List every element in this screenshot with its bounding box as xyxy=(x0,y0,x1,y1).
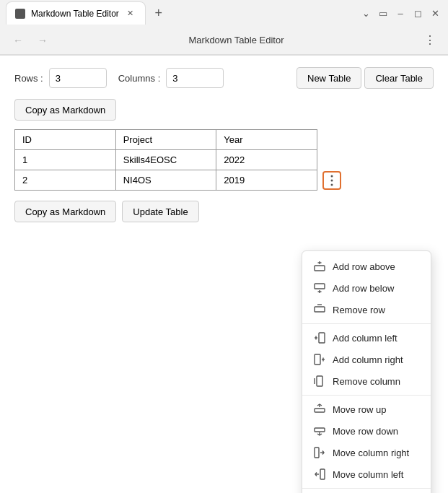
cell-row2-project xyxy=(115,170,216,191)
svg-rect-9 xyxy=(315,307,325,312)
menu-label-add-col-right: Add column right xyxy=(333,354,403,365)
table-header-row xyxy=(15,130,317,150)
svg-rect-14 xyxy=(315,354,320,365)
table-row xyxy=(15,170,317,191)
add-row-below-icon xyxy=(314,282,325,294)
columns-field-group: Columns : xyxy=(118,68,224,88)
move-col-right-icon xyxy=(314,447,325,458)
move-row-down-icon xyxy=(314,425,325,437)
menu-item-move-row-up[interactable]: Move row up xyxy=(302,398,431,420)
browser-chrome: Markdown Table Editor ✕ + ⌄ ▭ – ◻ ✕ ← → … xyxy=(0,0,448,56)
input-row1-id[interactable] xyxy=(22,154,108,165)
input-row2-year[interactable] xyxy=(224,175,309,186)
menu-item-add-row-above[interactable]: Add row above xyxy=(302,256,431,277)
menu-item-remove-col[interactable]: Remove column xyxy=(302,370,431,392)
input-row2-id[interactable] xyxy=(22,175,108,186)
input-row2-project[interactable] xyxy=(123,175,209,186)
svg-rect-25 xyxy=(320,469,325,479)
update-table-button[interactable]: Update Table xyxy=(122,201,198,222)
window-close-button[interactable]: ✕ xyxy=(428,6,442,20)
menu-item-remove-row[interactable]: Remove row xyxy=(302,299,431,320)
cell-row1-id xyxy=(15,150,116,170)
tab-title: Markdown Table Editor xyxy=(31,9,119,19)
nav-title: Markdown Table Editor xyxy=(58,35,415,45)
svg-rect-21 xyxy=(315,428,325,432)
rows-input[interactable] xyxy=(49,68,107,88)
copy-markdown-bottom-button[interactable]: Copy as Markdown xyxy=(14,201,116,222)
menu-label-move-row-down: Move row down xyxy=(333,426,398,437)
nav-bar: ← → Markdown Table Editor ⋮ xyxy=(0,26,448,55)
tab-list-button[interactable]: ⌄ xyxy=(359,6,373,20)
svg-rect-11 xyxy=(319,333,325,343)
cell-row1-project xyxy=(115,150,216,170)
svg-point-2 xyxy=(331,183,333,186)
menu-item-add-row-below[interactable]: Add row below xyxy=(302,277,431,299)
columns-input[interactable] xyxy=(166,68,224,88)
menu-label-remove-row: Remove row xyxy=(333,305,385,315)
split-view-button[interactable]: ▭ xyxy=(376,6,390,20)
separator-1 xyxy=(302,323,431,324)
input-row1-project[interactable] xyxy=(123,154,209,165)
new-table-button[interactable]: New Table xyxy=(297,67,361,89)
separator-2 xyxy=(302,395,431,396)
header-cell-year xyxy=(216,130,317,150)
menu-label-move-col-left: Move column left xyxy=(333,469,403,480)
clear-table-button[interactable]: Clear Table xyxy=(364,67,434,89)
svg-rect-19 xyxy=(315,409,325,412)
new-tab-button[interactable]: + xyxy=(149,3,169,23)
menu-item-move-row-down[interactable]: Move row down xyxy=(302,420,431,442)
header-input-project[interactable] xyxy=(123,134,209,145)
menu-label-add-col-left: Add column left xyxy=(333,333,398,344)
header-cell-project xyxy=(115,130,216,150)
active-tab[interactable]: Markdown Table Editor ✕ xyxy=(6,1,146,25)
table-row xyxy=(15,150,317,170)
input-row1-year[interactable] xyxy=(224,154,309,165)
header-input-id[interactable] xyxy=(22,134,108,145)
menu-item-add-col-right[interactable]: Add column right xyxy=(302,349,431,370)
page-content: Rows : Columns : New Table Clear Table C… xyxy=(0,56,448,234)
menu-item-move-col-right[interactable]: Move column right xyxy=(302,442,431,463)
back-button[interactable]: ← xyxy=(9,31,27,50)
remove-row-icon xyxy=(314,304,325,315)
row-context-menu-button[interactable] xyxy=(322,171,341,190)
context-menu: Add row above Add row below Remove row xyxy=(302,250,431,493)
tab-bar: Markdown Table Editor ✕ + ⌄ ▭ – ◻ ✕ xyxy=(0,0,448,26)
browser-menu-button[interactable]: ⋮ xyxy=(421,31,439,50)
rows-label: Rows : xyxy=(14,73,43,84)
add-col-right-icon xyxy=(314,354,325,365)
add-row-above-icon xyxy=(314,261,325,272)
cell-row1-year xyxy=(216,150,317,170)
menu-label-move-col-right: Move column right xyxy=(333,448,409,458)
remove-col-icon xyxy=(314,375,325,387)
menu-label-remove-col: Remove column xyxy=(333,376,400,387)
svg-rect-3 xyxy=(315,266,325,271)
tab-favicon xyxy=(15,9,25,19)
menu-label-add-row-below: Add row below xyxy=(333,283,394,294)
svg-rect-23 xyxy=(315,448,319,458)
menu-label-add-row-above: Add row above xyxy=(333,261,395,272)
maximize-button[interactable]: ◻ xyxy=(410,6,425,20)
header-input-year[interactable] xyxy=(224,134,309,145)
cell-row2-year xyxy=(216,170,317,191)
rows-field-group: Rows : xyxy=(14,68,107,88)
separator-3 xyxy=(302,488,431,489)
bottom-buttons: Copy as Markdown Update Table xyxy=(14,201,434,222)
svg-rect-17 xyxy=(317,376,322,386)
svg-point-0 xyxy=(331,175,333,177)
forward-button[interactable]: → xyxy=(33,31,52,50)
columns-label: Columns : xyxy=(118,73,161,84)
menu-label-move-row-up: Move row up xyxy=(333,404,386,415)
row-col-section: Rows : Columns : New Table Clear Table xyxy=(14,67,434,89)
copy-markdown-top-button[interactable]: Copy as Markdown xyxy=(14,99,116,121)
move-row-up-icon xyxy=(314,403,325,415)
cell-row2-id xyxy=(15,170,116,191)
minimize-button[interactable]: – xyxy=(393,6,408,20)
tab-close-button[interactable]: ✕ xyxy=(125,8,136,19)
menu-item-move-col-left[interactable]: Move column left xyxy=(302,463,431,485)
svg-rect-6 xyxy=(315,284,325,289)
header-cell-id xyxy=(15,130,116,150)
move-col-left-icon xyxy=(314,468,325,480)
svg-point-1 xyxy=(331,179,333,181)
table-action-buttons: New Table Clear Table xyxy=(297,67,434,89)
menu-item-add-col-left[interactable]: Add column left xyxy=(302,327,431,349)
